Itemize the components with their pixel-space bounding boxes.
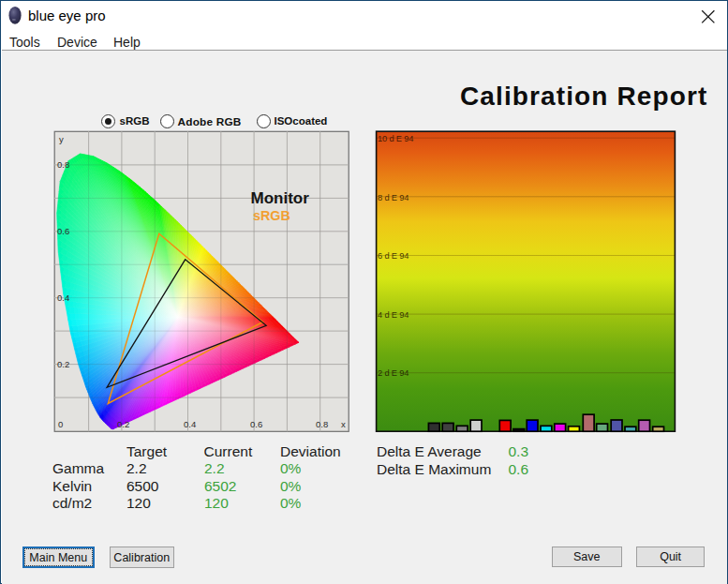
svg-text:6 d E 94: 6 d E 94: [378, 251, 409, 261]
svg-text:2 d E 94: 2 d E 94: [378, 368, 409, 378]
svg-text:10 d E 94: 10 d E 94: [378, 134, 413, 143]
svg-text:4 d E 94: 4 d E 94: [378, 310, 409, 320]
svg-text:8 d E 94: 8 d E 94: [378, 193, 409, 202]
